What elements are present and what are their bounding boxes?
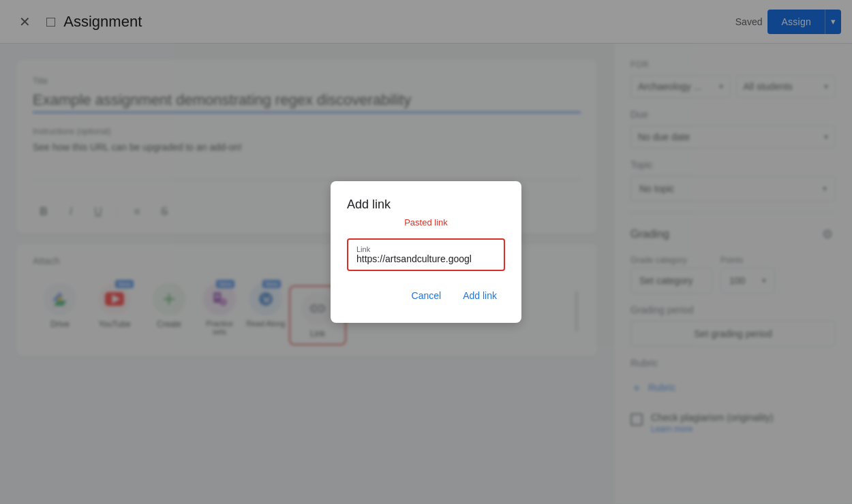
link-field-wrapper: Link https://artsandculture.googl bbox=[347, 238, 505, 271]
modal-actions: Cancel Add link bbox=[347, 285, 505, 306]
link-field-value: https://artsandculture.googl bbox=[356, 253, 496, 264]
pasted-link-label: Pasted link bbox=[347, 217, 505, 227]
modal-overlay: Add link Pasted link Link https://artsan… bbox=[0, 0, 852, 504]
modal-title: Add link bbox=[347, 198, 505, 212]
add-link-button[interactable]: Add link bbox=[455, 285, 505, 306]
add-link-modal: Add link Pasted link Link https://artsan… bbox=[331, 181, 521, 323]
link-field-label: Link bbox=[356, 245, 496, 253]
cancel-button[interactable]: Cancel bbox=[404, 285, 450, 306]
